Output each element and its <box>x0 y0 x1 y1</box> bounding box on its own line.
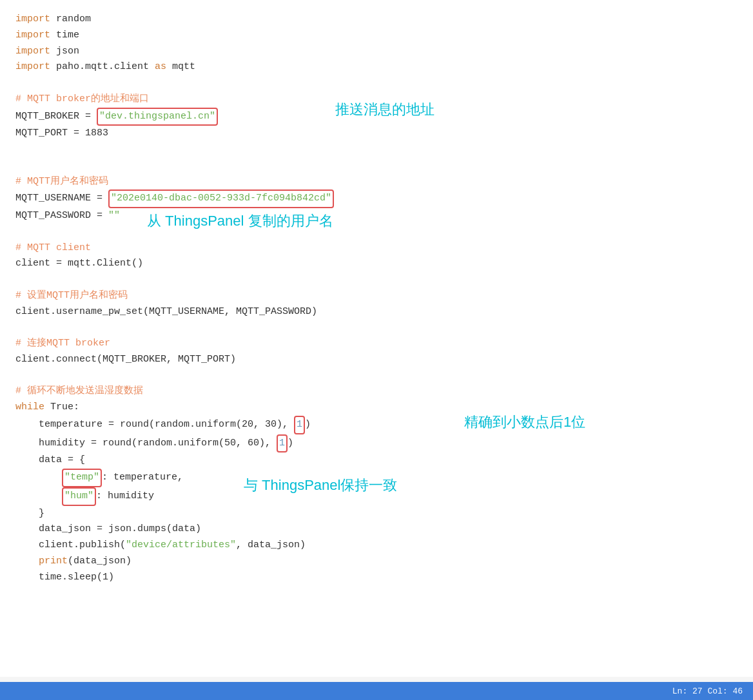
code-line-empty6 <box>15 320 738 336</box>
code-line-6: # MQTT broker的地址和端口 <box>15 92 738 108</box>
code-line-empty7 <box>15 368 738 384</box>
code-line-empty5 <box>15 272 738 288</box>
round-param-hum: 1 <box>277 434 288 453</box>
key-hum: "hum" <box>62 487 96 506</box>
code-line-8: MQTT_PORT = 1883 <box>15 126 738 142</box>
code-line-28: data = { <box>15 452 738 469</box>
code-line-19: client.username_pw_set(MQTT_USERNAME, MQ… <box>15 304 738 320</box>
code-line-empty2 <box>15 142 738 158</box>
code-line-15: # MQTT client <box>15 240 738 257</box>
code-line-27: humidity = round(random.uniform(50, 60),… <box>15 434 738 453</box>
code-line-35: time.sleep(1) <box>15 570 738 586</box>
code-line-24: # 循环不断地发送温湿度数据 <box>15 384 738 400</box>
code-line-34: print(data_json) <box>15 554 738 570</box>
code-line-30: "hum": humidity <box>15 487 738 506</box>
broker-value: "dev.thingspanel.cn" <box>97 108 218 126</box>
status-text: Ln: 27 Col: 46 <box>672 686 743 696</box>
code-line-11: # MQTT用户名和密码 <box>15 174 738 190</box>
code-line-16: client = mqtt.Client() <box>15 256 738 272</box>
code-line-18: # 设置MQTT用户名和密码 <box>15 288 738 304</box>
code-line-26: temperature = round(random.uniform(20, 3… <box>15 416 738 434</box>
code-line-1: import random <box>15 12 738 28</box>
username-value: "202e0140-dbac-0052-933d-7fc094b842cd" <box>108 190 334 208</box>
code-line-empty4 <box>15 224 738 240</box>
code-line-22: client.connect(MQTT_BROKER, MQTT_PORT) <box>15 352 738 368</box>
code-editor: import random import time import json im… <box>0 0 753 677</box>
keyword-import: import <box>15 12 50 28</box>
status-bar: Ln: 27 Col: 46 <box>0 682 753 700</box>
code-line-4: import paho.mqtt.client as mqtt <box>15 59 738 75</box>
code-line-21: # 连接MQTT broker <box>15 336 738 352</box>
code-line-2: import time <box>15 28 738 44</box>
code-line-7: MQTT_BROKER = "dev.thingspanel.cn" <box>15 108 738 126</box>
code-line-empty1 <box>15 75 738 92</box>
code-line-33: client.publish("device/attributes", data… <box>15 538 738 554</box>
code-line-empty3 <box>15 158 738 174</box>
round-param-temp: 1 <box>294 416 305 434</box>
key-temp: "temp" <box>62 469 102 487</box>
code-line-29: "temp": temperature, <box>15 469 738 487</box>
code-line-3: import json <box>15 44 738 60</box>
code-line-25: while True: <box>15 400 738 416</box>
code-line-31: } <box>15 506 738 522</box>
code-line-12: MQTT_USERNAME = "202e0140-dbac-0052-933d… <box>15 190 738 208</box>
code-line-13: MQTT_PASSWORD = "" <box>15 208 738 224</box>
code-line-32: data_json = json.dumps(data) <box>15 521 738 538</box>
